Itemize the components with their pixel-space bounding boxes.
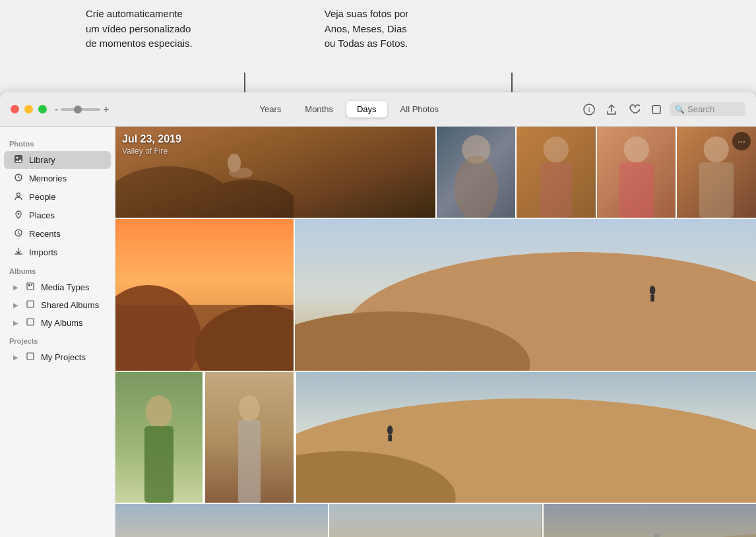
rotate-button[interactable]	[650, 103, 663, 116]
media-types-label: Media Types	[41, 282, 89, 292]
main-window: - + Years Months Days All Photos i	[0, 92, 756, 537]
svg-point-34	[650, 286, 656, 295]
fullscreen-button[interactable]	[38, 105, 47, 113]
callout-area: Crie automaticamenteum vídeo personaliza…	[0, 0, 756, 92]
photo-land-4c[interactable]: +3	[544, 504, 756, 537]
projects-section-label: Projects	[0, 332, 115, 348]
zoom-plus-button[interactable]: +	[103, 104, 109, 115]
sidebar-item-my-albums[interactable]: ▶ My Albums	[4, 314, 111, 331]
photo-thumb-1[interactable]	[437, 127, 516, 218]
imports-label: Imports	[29, 247, 57, 257]
sidebar-item-shared-albums[interactable]: ▶ Shared Albums	[4, 296, 111, 313]
callout-right-line	[511, 73, 513, 92]
svg-rect-14	[27, 353, 34, 360]
people-label: People	[29, 192, 55, 202]
recents-label: Recents	[29, 229, 61, 239]
photo-row-1: Jul 23, 2019 Valley of Fire	[115, 127, 756, 218]
expand-icon-projects: ▶	[13, 354, 18, 361]
sidebar-item-imports[interactable]: Imports	[4, 243, 111, 261]
svg-point-20	[454, 156, 498, 218]
my-albums-icon	[25, 317, 36, 328]
close-button[interactable]	[11, 105, 19, 113]
svg-point-7	[18, 213, 20, 215]
date-header: Jul 23, 2019 Valley of Fire	[122, 133, 181, 156]
svg-point-40	[239, 395, 260, 422]
photo-thumb-3[interactable]	[597, 127, 676, 218]
date-text: Jul 23, 2019	[122, 133, 181, 145]
photo-hero-1[interactable]: Jul 23, 2019 Valley of Fire	[115, 127, 435, 218]
imports-icon	[13, 247, 24, 258]
sidebar-item-places[interactable]: Places	[4, 206, 111, 224]
tab-days[interactable]: Days	[346, 101, 387, 117]
svg-rect-2	[652, 106, 660, 113]
svg-rect-10	[28, 284, 30, 286]
sidebar-item-my-projects[interactable]: ▶ My Projects	[4, 348, 111, 365]
sidebar-item-memories[interactable]: Memories	[4, 170, 111, 187]
photo-thumb-2[interactable]	[517, 127, 596, 218]
zoom-slider[interactable]	[61, 108, 100, 111]
location-text: Valley of Fire	[122, 146, 181, 156]
photo-land-4b[interactable]	[329, 504, 542, 537]
search-box[interactable]: 🔍 Search	[670, 102, 745, 116]
zoom-thumb	[74, 106, 82, 113]
sidebar-item-media-types[interactable]: ▶ Media Types	[4, 278, 111, 296]
photos-section-label: Photos	[0, 135, 115, 150]
photo-landscape-1[interactable]	[115, 219, 294, 371]
info-button[interactable]: i	[583, 103, 596, 116]
more-icon: ···	[738, 136, 745, 146]
sidebar-item-people[interactable]: People	[4, 188, 111, 206]
shared-albums-label: Shared Albums	[41, 300, 99, 310]
svg-rect-38	[144, 426, 173, 503]
photo-land-4a[interactable]	[115, 504, 328, 537]
more-button[interactable]: ···	[732, 132, 751, 150]
toolbar-icons: i	[583, 103, 663, 116]
memories-label: Memories	[29, 174, 67, 183]
photo-landscape-3[interactable]	[296, 372, 756, 503]
svg-rect-35	[650, 295, 654, 301]
svg-rect-26	[699, 162, 734, 218]
photo-portrait-2[interactable]	[205, 372, 294, 503]
expand-icon-shared: ▶	[13, 301, 18, 309]
svg-point-6	[17, 193, 20, 197]
svg-rect-11	[31, 284, 32, 286]
shared-albums-icon	[25, 300, 36, 310]
tab-all-photos[interactable]: All Photos	[390, 101, 450, 117]
sidebar-item-library[interactable]: Library	[4, 151, 111, 169]
my-projects-icon	[25, 352, 36, 362]
places-icon	[13, 210, 24, 221]
svg-point-37	[146, 395, 172, 428]
svg-rect-13	[27, 319, 34, 325]
albums-section-label: Albums	[0, 262, 115, 278]
photo-grid: Jul 23, 2019 Valley of Fire	[115, 127, 756, 537]
expand-icon: ▶	[13, 284, 18, 291]
photo-thumb-4[interactable]: ···	[677, 127, 756, 218]
zoom-minus-button[interactable]: -	[55, 104, 58, 115]
favorite-button[interactable]	[627, 103, 641, 116]
tab-months[interactable]: Months	[294, 101, 344, 117]
svg-point-4	[16, 157, 18, 159]
callout-left-line	[244, 73, 245, 92]
photo-portrait-1[interactable]	[115, 372, 203, 503]
svg-rect-22	[540, 162, 572, 218]
tabs-container: Years Months Days All Photos	[123, 101, 576, 117]
svg-rect-56	[544, 504, 756, 537]
search-label[interactable]: Search	[687, 104, 740, 114]
share-button[interactable]	[605, 103, 618, 116]
library-icon	[13, 154, 24, 166]
svg-rect-46	[388, 435, 392, 441]
minimize-button[interactable]	[24, 105, 33, 113]
search-icon: 🔍	[675, 105, 685, 114]
photo-landscape-wide[interactable]	[295, 219, 756, 371]
svg-point-18	[229, 168, 253, 178]
svg-rect-52	[329, 504, 542, 537]
library-label: Library	[29, 155, 55, 165]
photo-row-2	[115, 219, 756, 371]
tab-years[interactable]: Years	[249, 101, 292, 117]
titlebar: - + Years Months Days All Photos i	[0, 92, 756, 127]
svg-point-23	[623, 137, 648, 162]
svg-rect-41	[238, 420, 261, 503]
sidebar-item-recents[interactable]: Recents	[4, 225, 111, 243]
places-label: Places	[29, 210, 55, 220]
svg-rect-30	[115, 305, 294, 371]
sidebar: Photos Library M	[0, 127, 115, 537]
